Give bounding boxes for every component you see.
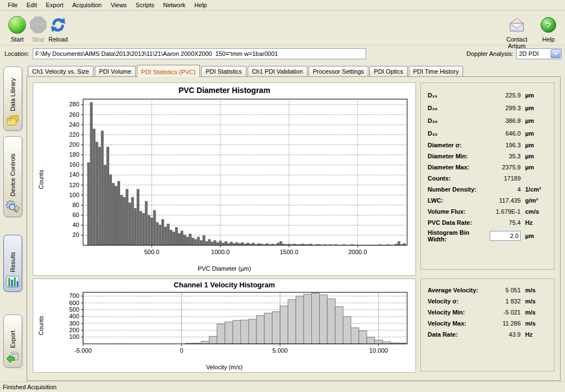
stat-value: 196.3 xyxy=(483,142,521,148)
stat-row: LWC:117.435g/m³ xyxy=(428,195,548,206)
stat-value: 5 051 xyxy=(483,287,521,293)
location-input[interactable] xyxy=(33,48,366,59)
envelope-icon xyxy=(497,15,536,35)
svg-text:100: 100 xyxy=(69,192,79,198)
pvc-stats-panel: D₁₀225.9µmD₂₀299.3µmD₃₀386.8µmD₃₂646.0µm… xyxy=(420,82,554,270)
stat-label: Counts: xyxy=(428,175,483,182)
svg-text:700: 700 xyxy=(69,292,79,299)
stat-unit: µm xyxy=(525,117,548,124)
contact-artium-button[interactable]: Contact Artium xyxy=(497,15,536,49)
help-button[interactable]: ? Help xyxy=(536,15,561,43)
stat-label: Velocity Max: xyxy=(428,320,483,327)
stat-label: Diameter σ: xyxy=(428,142,483,148)
menu-item-scripts[interactable]: Scripts xyxy=(131,1,159,9)
stat-value: 646.0 xyxy=(483,130,521,137)
tab-pdi-time-history[interactable]: PDI Time History xyxy=(409,66,464,76)
stat-row: D₃₂646.0µm xyxy=(428,127,548,140)
tab-page: PVC Diameter Histogram Counts 2040608010… xyxy=(27,76,561,381)
svg-text:300: 300 xyxy=(69,320,79,327)
stat-unit: 1/cm³ xyxy=(525,186,548,193)
menu-item-network[interactable]: Network xyxy=(158,1,189,9)
svg-text:500.0: 500.0 xyxy=(144,249,160,255)
tab-processor-settings[interactable]: Processor Settings xyxy=(309,66,368,76)
svg-text:280: 280 xyxy=(69,101,79,107)
stat-value: 225.9 xyxy=(483,92,521,99)
histogram-bin-width-input[interactable] xyxy=(490,231,521,241)
stat-row: Counts:17189 xyxy=(428,173,548,184)
stat-row: Diameter Min:35.3µm xyxy=(428,151,548,162)
stat-unit: µm xyxy=(525,142,548,148)
doppler-analysis-label: Doppler Analysis: xyxy=(466,50,513,57)
menu-item-help[interactable]: Help xyxy=(190,1,212,9)
stat-value: 1 832 xyxy=(483,298,521,305)
stat-row: Number Density:41/cm³ xyxy=(428,184,548,195)
menu-item-views[interactable]: Views xyxy=(106,1,131,9)
menu-item-file[interactable]: File xyxy=(3,1,22,9)
stat-label: Volume Flux: xyxy=(428,208,483,215)
tab-pdi-statistics[interactable]: PDI Statistics xyxy=(201,66,246,76)
tab-ch1-velocity-vs-size[interactable]: Ch1 Velocity vs. Size xyxy=(28,66,94,76)
folder-icon xyxy=(6,115,20,128)
svg-text:140: 140 xyxy=(69,171,79,178)
menu-item-export[interactable]: Export xyxy=(42,1,68,9)
svg-text:20: 20 xyxy=(73,231,79,238)
location-row: Location: Doppler Analysis: 2D PDI xyxy=(0,45,565,62)
status-bar: Finished Acquisition xyxy=(0,381,565,392)
stat-label: Histogram Bin Width: xyxy=(428,229,483,243)
stat-unit: µm xyxy=(525,92,548,99)
doppler-analysis-select[interactable]: 2D PDI xyxy=(516,48,562,59)
sidebar: Data Library Device Controls xyxy=(0,62,25,382)
status-text: Finished Acquisition xyxy=(3,384,56,390)
stat-value: 2375.9 xyxy=(483,164,521,171)
stat-unit: µm xyxy=(525,153,548,159)
tab-ch1-pdi-validation[interactable]: Ch1 PDI Validation xyxy=(248,66,307,76)
x-axis-label: Velocity (m/s) xyxy=(33,364,415,370)
svg-text:200: 200 xyxy=(69,327,79,333)
stat-label: D₂₀ xyxy=(428,105,483,111)
stat-value: 386.8 xyxy=(483,117,521,124)
stat-row: Histogram Bin Width:µm xyxy=(428,230,548,241)
tab-pdi-optics[interactable]: PDI Optics xyxy=(369,66,408,76)
svg-text:60: 60 xyxy=(73,212,79,218)
tab-area: Ch1 Velocity vs. SizePDI VolumePDI Stati… xyxy=(27,63,561,381)
velocity-histogram-panel: Channel 1 Velocity Histogram Counts 1002… xyxy=(33,278,416,373)
svg-text:1000.0: 1000.0 xyxy=(211,249,230,255)
stat-unit: Hz xyxy=(525,219,548,226)
stat-row: D₁₀225.9µm xyxy=(428,89,548,101)
sidebar-item-results[interactable]: Results xyxy=(3,235,22,292)
stat-unit: µm xyxy=(525,164,548,171)
stat-unit: m/s xyxy=(525,298,548,305)
sidebar-item-data-library[interactable]: Data Library xyxy=(3,66,22,131)
svg-text:400: 400 xyxy=(69,313,79,319)
stat-value: 35.3 xyxy=(483,153,521,159)
sidebar-item-device-controls[interactable]: Device Controls xyxy=(3,136,22,217)
stat-row: Average Velocity:5 051m/s xyxy=(428,285,548,296)
stat-unit: m/s xyxy=(525,309,548,316)
stat-row: Data Rate:43.9Hz xyxy=(428,329,548,340)
menu-item-acquisition[interactable]: Acquisition xyxy=(68,1,106,9)
x-axis-label: PVC Diameter (µm) xyxy=(33,265,415,272)
velocity-histogram-chart: 100200300400500600700-5.00005.00010.000 xyxy=(34,291,414,359)
velocity-stats-panel: Average Velocity:5 051m/sVelocity σ:1 83… xyxy=(420,278,554,372)
svg-text:600: 600 xyxy=(69,300,79,306)
reload-button[interactable]: Reload xyxy=(42,15,74,43)
stat-value: 11 286 xyxy=(483,320,521,327)
stat-label: Velocity Min: xyxy=(428,309,483,316)
stat-value: 17189 xyxy=(483,175,521,182)
svg-text:120: 120 xyxy=(69,182,79,188)
tab-pdi-volume[interactable]: PDI Volume xyxy=(95,66,136,76)
pvc-diameter-histogram-chart: 2040608010012014016018020022024026028050… xyxy=(34,96,414,260)
svg-text:-5.000: -5.000 xyxy=(74,347,91,354)
svg-text:260: 260 xyxy=(69,111,79,118)
menu-item-edit[interactable]: Edit xyxy=(22,1,42,9)
pvc-diameter-histogram-panel: PVC Diameter Histogram Counts 2040608010… xyxy=(33,82,416,276)
tab-pdi-statistics-pvc-[interactable]: PDI Statistics (PVC) xyxy=(137,65,200,77)
stat-row: Velocity σ:1 832m/s xyxy=(428,296,548,307)
chart-icon xyxy=(6,276,19,289)
svg-text:220: 220 xyxy=(69,131,79,138)
sidebar-item-export[interactable]: Export xyxy=(3,314,22,368)
stat-row: Diameter σ:196.3µm xyxy=(428,140,548,151)
chevron-down-icon[interactable] xyxy=(551,49,561,58)
stat-label: Average Velocity: xyxy=(428,287,483,293)
svg-text:160: 160 xyxy=(69,161,79,168)
